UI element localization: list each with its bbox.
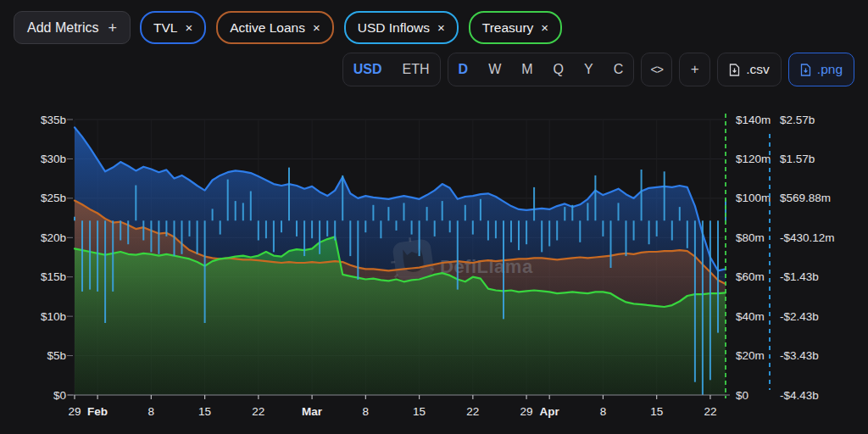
currency-toggle-group: USDETH bbox=[342, 53, 441, 86]
right-axis-cum-label: $2.57b bbox=[780, 114, 815, 126]
left-axis-label: $5b bbox=[47, 349, 66, 362]
defillama-chart-page: $35b$140m$2.57b$30b$120m$1.57b$25b$100m$… bbox=[0, 0, 868, 434]
x-axis-label: 29 bbox=[520, 405, 533, 418]
interval-toggle-group: DWMQYC bbox=[448, 53, 635, 86]
metrics-header: Add Metrics + TVL×Active Loans×USD Inflo… bbox=[14, 11, 562, 44]
x-axis-label: Feb bbox=[87, 405, 108, 418]
left-axis-label: $30b bbox=[41, 153, 66, 165]
metric-chip-usd-inflows[interactable]: USD Inflows× bbox=[344, 11, 459, 44]
left-axis-label: $20b bbox=[41, 231, 66, 244]
metric-chip-treasury[interactable]: Treasury× bbox=[469, 11, 562, 44]
x-axis-label: Mar bbox=[302, 405, 323, 418]
right-axis-inflow-label: $0 bbox=[736, 389, 748, 402]
csv-label: .csv bbox=[746, 62, 770, 77]
x-axis-label: Apr bbox=[540, 405, 560, 418]
x-axis-label: 8 bbox=[148, 405, 155, 418]
download-csv-button[interactable]: .csv bbox=[717, 53, 782, 86]
x-axis-label: 22 bbox=[252, 405, 264, 418]
metric-chip-tvl[interactable]: TVL× bbox=[140, 11, 206, 44]
interval-option-d[interactable]: D bbox=[448, 53, 479, 86]
x-axis-label: 8 bbox=[600, 405, 607, 418]
x-axis-label: 29 bbox=[68, 405, 81, 418]
right-axis-inflow-label: $100m bbox=[736, 192, 771, 204]
left-axis-label: $25b bbox=[41, 192, 66, 204]
interval-option-c[interactable]: C bbox=[604, 53, 634, 86]
download-image-icon bbox=[800, 64, 811, 76]
left-axis-label: $15b bbox=[41, 270, 66, 283]
right-axis-cum-label: -$1.43b bbox=[780, 270, 819, 283]
x-axis: 29Feb81522Mar8152229Apr81522 bbox=[68, 395, 730, 418]
currency-option-eth[interactable]: ETH bbox=[392, 53, 440, 86]
right-axis-inflow-label: $60m bbox=[736, 270, 765, 283]
x-axis-label: 15 bbox=[650, 405, 663, 418]
interval-option-w[interactable]: W bbox=[478, 53, 511, 86]
left-axis-label: $35b bbox=[41, 114, 66, 126]
right-axis-cum-label: -$4.43b bbox=[780, 389, 819, 402]
left-axis-label: $10b bbox=[41, 310, 66, 323]
add-metrics-label: Add Metrics bbox=[27, 20, 98, 36]
right-axis-inflow-label: $120m bbox=[736, 153, 771, 165]
x-axis-label: 15 bbox=[198, 405, 211, 418]
right-axis-inflow-label: $20m bbox=[736, 349, 765, 362]
download-file-icon bbox=[729, 64, 740, 76]
interval-option-m[interactable]: M bbox=[511, 53, 542, 86]
remove-metric-icon[interactable]: × bbox=[185, 21, 192, 34]
interval-option-y[interactable]: Y bbox=[574, 53, 604, 86]
right-axis-cum-label: -$2.43b bbox=[780, 310, 819, 323]
embed-code-button[interactable]: <> bbox=[641, 53, 672, 86]
download-png-button[interactable]: .png bbox=[788, 53, 854, 86]
x-axis-label: 8 bbox=[363, 405, 370, 418]
metric-chip-label: Treasury bbox=[482, 20, 534, 36]
add-metrics-button[interactable]: Add Metrics + bbox=[14, 11, 131, 44]
plus-icon: + bbox=[108, 20, 117, 36]
metric-chip-active-loans[interactable]: Active Loans× bbox=[216, 11, 334, 44]
chart-toolbar: USDETH DWMQYC <> + .csv .png bbox=[342, 53, 854, 86]
right-axis-cum-label: -$3.43b bbox=[780, 349, 819, 362]
remove-metric-icon[interactable]: × bbox=[313, 21, 320, 34]
x-axis-label: 22 bbox=[466, 405, 479, 418]
png-label: .png bbox=[817, 62, 843, 77]
x-axis-label: 22 bbox=[704, 405, 716, 418]
right-axis-cum-label: -$430.12m bbox=[780, 231, 835, 244]
left-axis-label: $0 bbox=[53, 389, 66, 402]
interval-option-q[interactable]: Q bbox=[543, 53, 574, 86]
metric-chips: TVL×Active Loans×USD Inflows×Treasury× bbox=[140, 11, 562, 44]
currency-option-usd[interactable]: USD bbox=[343, 53, 392, 86]
add-chart-button[interactable]: + bbox=[679, 53, 710, 86]
metric-chip-label: USD Inflows bbox=[358, 20, 430, 36]
x-axis-label: 15 bbox=[413, 405, 426, 418]
right-axis-inflow-label: $80m bbox=[736, 231, 765, 244]
remove-metric-icon[interactable]: × bbox=[541, 21, 548, 34]
right-axis-inflow-label: $140m bbox=[736, 114, 771, 126]
remove-metric-icon[interactable]: × bbox=[437, 21, 445, 34]
metric-chip-label: TVL bbox=[153, 20, 177, 36]
right-axis-cum-label: $1.57b bbox=[780, 153, 815, 165]
right-axis-cum-label: $569.88m bbox=[780, 192, 831, 204]
right-axis-inflow-label: $40m bbox=[736, 310, 765, 323]
metric-chip-label: Active Loans bbox=[230, 20, 305, 36]
